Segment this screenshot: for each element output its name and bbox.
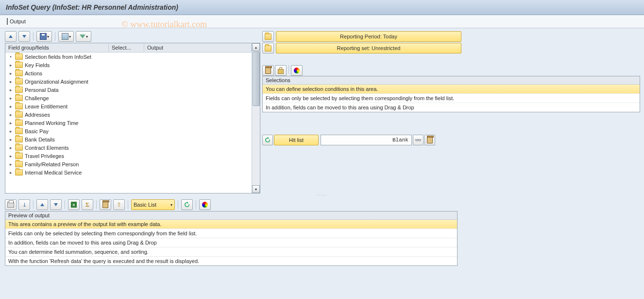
tree-item[interactable]: ▸Key Fields — [5, 61, 252, 69]
delete-selection-button[interactable] — [262, 65, 274, 76]
trash-icon — [427, 137, 433, 143]
delete-col-button[interactable] — [100, 199, 111, 210]
preview-hint: This area contains a preview of the outp… — [5, 220, 457, 229]
tree-item[interactable]: ▸Leave Entitlement — [5, 102, 252, 110]
tree-item[interactable]: ▸Challenge — [5, 94, 252, 102]
sort-asc-icon — [40, 203, 44, 206]
tree-item-label: Internal Medical Service — [25, 170, 82, 176]
folder-icon — [15, 128, 23, 134]
tree-caret-icon: ▸ — [8, 154, 13, 158]
workspace: ▾ ▾ ▾ Field group/fields Select... Outpu… — [0, 28, 644, 193]
selections-toolbar — [262, 65, 640, 76]
preview-section: Preview of output This area contains a p… — [5, 211, 458, 266]
folder-icon — [15, 87, 23, 93]
arrow-up-icon: ⇧ — [117, 201, 121, 208]
tree-item[interactable]: ▸Contract Elements — [5, 143, 252, 152]
rainbow-icon — [202, 202, 208, 208]
lock-selection-button[interactable] — [275, 65, 287, 76]
folder-icon — [15, 70, 23, 76]
folder-icon — [15, 144, 23, 151]
tree-item[interactable]: ▸Addresses — [5, 110, 252, 119]
reporting-set-folder-button[interactable] — [262, 43, 274, 53]
hitlist-value: Blank — [392, 137, 408, 143]
filter-button[interactable]: ▾ — [76, 31, 91, 42]
folder-icon — [15, 111, 23, 118]
reporting-period-button[interactable]: Reporting Period: Today — [276, 31, 461, 42]
separator — [55, 32, 55, 41]
tree-item[interactable]: ▸Organizational Assignment — [5, 77, 252, 86]
sort-desc-button[interactable] — [50, 199, 62, 210]
tree-item-label: Selection fields from InfoSet — [25, 54, 91, 60]
tree-item[interactable]: ▸Basic Pay — [5, 127, 252, 135]
collapse-icon — [22, 35, 26, 38]
hitlist-value-field[interactable]: Blank — [321, 135, 412, 145]
dropdown-icon: ▾ — [170, 203, 172, 207]
refresh-hitlist-button[interactable] — [262, 135, 273, 145]
grid-icon — [7, 18, 8, 24]
dropdown-icon: ▾ — [69, 35, 71, 39]
hierarchy-button[interactable]: ▾ — [58, 31, 74, 42]
expand-all-button[interactable] — [5, 31, 17, 42]
separator — [196, 200, 196, 209]
tree-item[interactable]: ▸Personal Data — [5, 86, 252, 94]
menu-bar: Output — [0, 15, 644, 28]
tree-header-output[interactable]: Output — [144, 44, 252, 52]
tree-caret-icon: • — [8, 54, 13, 59]
tree-item[interactable]: ▸Actions — [5, 69, 252, 77]
tree-item[interactable]: ▸Travel Privileges — [5, 152, 252, 160]
scroll-down-button[interactable]: ▾ — [252, 185, 260, 193]
tree-item[interactable]: ▸Internal Medical Service — [5, 168, 252, 176]
separator — [96, 200, 97, 209]
move-up-button[interactable]: ⇧ — [113, 199, 125, 210]
separator — [65, 200, 65, 209]
print-icon — [7, 202, 14, 208]
excel-button[interactable]: X — [68, 199, 80, 210]
folder-icon — [15, 136, 23, 142]
hitlist-button[interactable]: Hit list — [274, 135, 319, 145]
tree-item[interactable]: ▸Family/Related Person — [5, 160, 252, 168]
separator — [288, 65, 289, 74]
preview-header: Preview of output — [5, 211, 457, 220]
print-button[interactable] — [5, 199, 17, 210]
color-legend-button[interactable] — [291, 65, 303, 76]
sum-button[interactable]: Σ — [82, 199, 93, 210]
tree-item[interactable]: ▸Planned Working Time — [5, 119, 252, 127]
refresh-preview-button[interactable] — [181, 199, 193, 210]
separator — [178, 200, 178, 209]
tree-body[interactable]: •Selection fields from InfoSet▸Key Field… — [5, 53, 252, 193]
tree-caret-icon: ▸ — [8, 104, 13, 109]
export-icon: ⤓ — [22, 202, 27, 208]
reporting-period-folder-button[interactable] — [262, 31, 274, 42]
scroll-up-button[interactable]: ▴ — [252, 43, 260, 51]
reporting-set-button[interactable]: Reporting set: Unrestricted — [276, 43, 461, 53]
tree-item[interactable]: ▸Bank Details — [5, 135, 252, 143]
tree-item[interactable]: •Selection fields from InfoSet — [5, 53, 252, 61]
export-button[interactable]: ⤓ — [18, 199, 30, 210]
color-legend-preview-button[interactable] — [199, 199, 211, 210]
list-type-combo[interactable]: Basic List ▾ — [131, 199, 175, 210]
dropdown-icon: ▾ — [47, 35, 49, 39]
tree-caret-icon: ▸ — [8, 137, 13, 142]
tree-header-field[interactable]: Field group/fields — [5, 44, 109, 52]
folder-icon — [15, 103, 23, 109]
folder-icon — [15, 153, 23, 159]
sigma-icon: Σ — [85, 201, 89, 209]
folder-icon — [265, 34, 271, 40]
preview-line3: In addition, fields can be moved to this… — [5, 238, 457, 247]
tree-header-select[interactable]: Select... — [109, 44, 144, 52]
disk-icon — [40, 33, 47, 40]
tree-item-label: Personal Data — [25, 87, 59, 93]
collapse-all-button[interactable] — [18, 31, 30, 42]
output-menu-item[interactable]: Output — [5, 18, 28, 25]
folder-icon — [265, 45, 271, 52]
sort-asc-button[interactable] — [36, 199, 48, 210]
rainbow-icon — [294, 68, 300, 73]
horizontal-splitter[interactable] — [0, 193, 644, 196]
delete-hitlist-button[interactable] — [424, 135, 435, 145]
tree-scrollbar[interactable]: ▴ ▾ — [252, 43, 260, 193]
folder-icon — [15, 53, 23, 60]
glasses-button[interactable]: 👓 — [413, 135, 424, 145]
scroll-thumb[interactable] — [253, 52, 260, 106]
tree-item-label: Bank Details — [25, 137, 55, 142]
save-button[interactable]: ▾ — [36, 31, 52, 42]
